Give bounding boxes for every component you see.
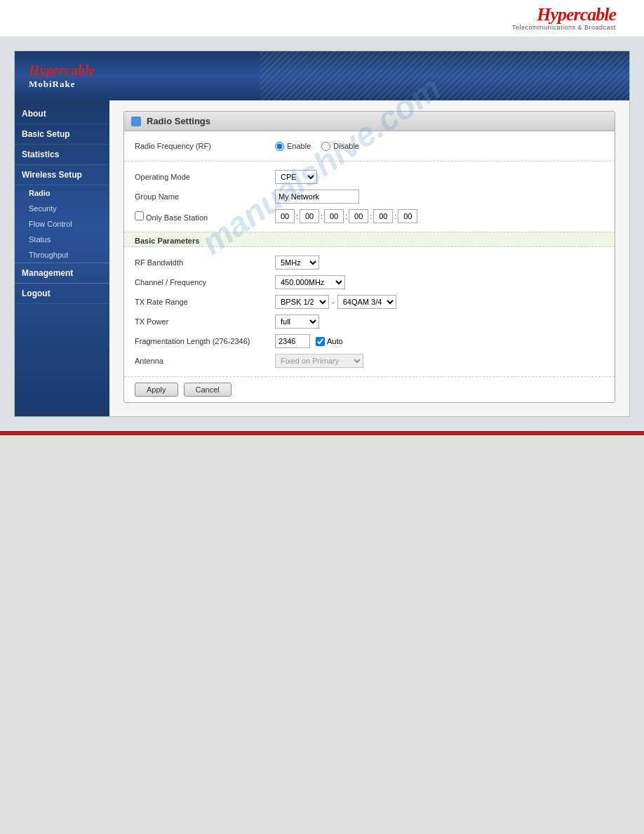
antenna-label: Antenna — [135, 357, 275, 365]
operating-mode-row: Operating Mode CPE AP Bridge — [135, 167, 604, 187]
watermark-container: manualshive.com Radio Settings — [123, 111, 615, 403]
channel-frequency-select[interactable]: 450.000MHz 460.000MHz — [275, 275, 345, 289]
operating-mode-label: Operating Mode — [135, 173, 275, 181]
enable-text: Enable — [287, 142, 311, 150]
sidebar: About Basic Setup Statistics Wireless Se… — [15, 100, 109, 416]
mac-address-inputs: : : : : : — [275, 209, 417, 223]
cancel-button[interactable]: Cancel — [184, 383, 232, 397]
app-box: Hypercable MobiRake About Basic Setup St… — [14, 51, 630, 417]
antenna-row: Antenna Fixed on Primary Fixed on Second… — [135, 351, 604, 371]
footer-bar — [0, 431, 644, 435]
operating-mode-section: Operating Mode CPE AP Bridge Group — [124, 161, 615, 232]
tx-power-select[interactable]: full half quarter min — [275, 315, 319, 329]
only-base-station-label: Only Base Station — [135, 211, 275, 222]
only-base-station-checkbox[interactable] — [135, 211, 144, 220]
basic-parameters-title: Basic Parameters — [124, 232, 615, 247]
app-brand-text: Hypercable — [29, 62, 95, 78]
fragmentation-length-label: Fragmentation Length (276-2346) — [135, 337, 275, 345]
tx-rate-to-select[interactable]: 64QAM 3/4 16QAM 3/4 — [337, 295, 396, 309]
page-wrapper: Hypercable Telecommunications & Broadcas… — [0, 0, 644, 834]
auto-checkbox[interactable] — [316, 337, 325, 346]
sidebar-sub-item-throughput[interactable]: Throughput — [15, 247, 109, 263]
fragmentation-controls: Auto — [275, 334, 343, 348]
mac-octet-5[interactable] — [373, 209, 393, 223]
tx-power-row: TX Power full half quarter min — [135, 312, 604, 331]
sidebar-item-statistics[interactable]: Statistics — [15, 145, 109, 165]
tx-rate-range-label: TX Rate Range — [135, 298, 275, 306]
main-content: manualshive.com Radio Settings — [109, 100, 629, 416]
group-name-input[interactable] — [275, 190, 359, 204]
group-name-label: Group Name — [135, 192, 275, 201]
mac-octet-3[interactable] — [324, 209, 344, 223]
mac-octet-6[interactable] — [398, 209, 417, 223]
brand-text: Hypercable — [537, 4, 616, 25]
rf-bandwidth-select[interactable]: 5MHz 10MHz 20MHz — [275, 256, 319, 270]
auto-checkbox-label[interactable]: Auto — [316, 337, 343, 346]
fragmentation-input[interactable] — [275, 334, 310, 348]
top-logo: Hypercable Telecommunications & Broadcas… — [512, 6, 616, 31]
panel-header-icon — [131, 117, 141, 126]
app-brand: Hypercable MobiRake — [29, 62, 95, 90]
fragmentation-length-row: Fragmentation Length (276-2346) Auto — [135, 331, 604, 351]
sidebar-item-basic-setup[interactable]: Basic Setup — [15, 124, 109, 145]
enable-radio[interactable] — [275, 142, 284, 151]
disable-text: Disable — [333, 142, 359, 150]
group-name-row: Group Name — [135, 187, 604, 206]
enable-label[interactable]: Enable — [275, 142, 311, 151]
auto-text: Auto — [327, 337, 343, 345]
sidebar-item-wireless-setup[interactable]: Wireless Setup — [15, 165, 109, 185]
radio-frequency-label: Radio Frequency (RF) — [135, 142, 275, 150]
apply-button[interactable]: Apply — [135, 383, 178, 397]
sidebar-item-logout[interactable]: Logout — [15, 283, 109, 304]
brand-tagline: Telecommunications & Broadcast — [512, 24, 616, 31]
mac-octet-1[interactable] — [275, 209, 295, 223]
content-row: About Basic Setup Statistics Wireless Se… — [15, 100, 629, 416]
brand-name: Hypercable — [512, 6, 616, 24]
sidebar-item-about[interactable]: About — [15, 104, 109, 124]
rf-bandwidth-row: RF Bandwidth 5MHz 10MHz 20MHz — [135, 253, 604, 272]
radio-frequency-row: Radio Frequency (RF) Enable — [135, 137, 604, 155]
mac-octet-4[interactable] — [349, 209, 368, 223]
channel-frequency-label: Channel / Frequency — [135, 278, 275, 286]
sidebar-item-management[interactable]: Management — [15, 263, 109, 283]
app-header: Hypercable MobiRake — [15, 51, 629, 100]
rf-bandwidth-label: RF Bandwidth — [135, 258, 275, 267]
top-logo-area: Hypercable Telecommunications & Broadcas… — [0, 0, 644, 37]
panel-title: Radio Settings — [147, 116, 210, 126]
panel-header: Radio Settings — [124, 112, 615, 131]
mac-octet-2[interactable] — [300, 209, 319, 223]
tx-rate-from-select[interactable]: BPSK 1/2 QPSK 1/2 — [275, 295, 329, 309]
only-base-station-row: Only Base Station : : : — [135, 206, 604, 226]
panel-body: Radio Frequency (RF) Enable — [124, 131, 615, 402]
tx-rate-range-controls: BPSK 1/2 QPSK 1/2 - 64QAM 3/4 16QAM 3/4 — [275, 295, 396, 309]
channel-frequency-row: Channel / Frequency 450.000MHz 460.000MH… — [135, 272, 604, 292]
disable-radio[interactable] — [321, 142, 330, 151]
disable-label[interactable]: Disable — [321, 142, 359, 151]
content-bg: Hypercable MobiRake About Basic Setup St… — [0, 37, 644, 431]
tx-rate-range-row: TX Rate Range BPSK 1/2 QPSK 1/2 - — [135, 292, 604, 312]
button-row: Apply Cancel — [124, 377, 615, 402]
radio-frequency-section: Radio Frequency (RF) Enable — [124, 131, 615, 161]
app-product-name: MobiRake — [29, 79, 95, 90]
sidebar-sub-item-security[interactable]: Security — [15, 201, 109, 216]
basic-parameters-section: RF Bandwidth 5MHz 10MHz 20MHz — [124, 247, 615, 377]
operating-mode-select[interactable]: CPE AP Bridge — [275, 170, 317, 184]
app-logo: Hypercable MobiRake — [29, 62, 95, 90]
tx-power-label: TX Power — [135, 317, 275, 326]
radio-settings-panel: Radio Settings Radio Frequency (RF) — [123, 111, 615, 403]
only-base-station-text: Only Base Station — [146, 213, 208, 222]
sidebar-sub-item-flow-control[interactable]: Flow Control — [15, 216, 109, 232]
radio-frequency-controls: Enable Disable — [275, 142, 359, 151]
antenna-select[interactable]: Fixed on Primary Fixed on Secondary Dive… — [275, 354, 363, 368]
sidebar-sub-item-radio[interactable]: Radio — [15, 185, 109, 201]
sidebar-sub-item-status[interactable]: Status — [15, 232, 109, 247]
